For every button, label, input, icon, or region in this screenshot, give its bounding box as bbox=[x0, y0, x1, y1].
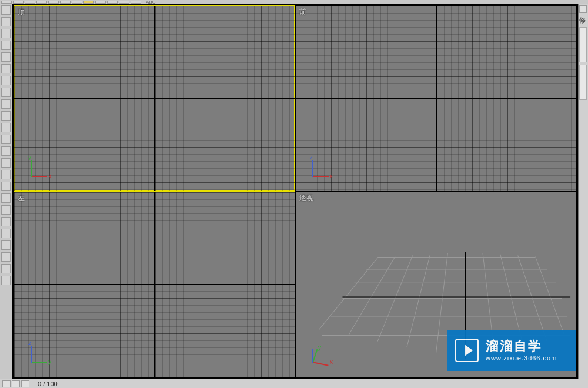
svg-line-0 bbox=[319, 257, 377, 329]
tool-button[interactable] bbox=[1, 99, 11, 109]
axis-y-icon bbox=[31, 160, 32, 177]
viewport-label: 顶 bbox=[18, 7, 25, 17]
tool-button[interactable] bbox=[1, 240, 11, 250]
toolbar-button[interactable] bbox=[107, 1, 118, 4]
viewport-label: 透视 bbox=[299, 193, 313, 203]
frame-counter: 0 / 100 bbox=[33, 380, 62, 387]
tool-button[interactable] bbox=[1, 276, 11, 285]
axis-x-label: x bbox=[48, 173, 51, 179]
panel-section[interactable] bbox=[579, 27, 587, 62]
top-toolbar: ABC bbox=[0, 0, 588, 4]
toolbar-button[interactable] bbox=[72, 1, 82, 4]
toolbar-button[interactable] bbox=[48, 1, 59, 4]
axis-y-label: y bbox=[318, 344, 321, 351]
tool-button[interactable] bbox=[1, 135, 11, 144]
tool-button[interactable] bbox=[1, 217, 11, 226]
toolbar-button[interactable] bbox=[13, 1, 24, 4]
tool-button[interactable] bbox=[1, 123, 11, 132]
tool-button[interactable] bbox=[1, 52, 11, 62]
viewport-front[interactable]: 前 x z bbox=[295, 5, 577, 192]
toolbar-button-highlight[interactable] bbox=[83, 1, 94, 4]
tool-button[interactable] bbox=[1, 111, 11, 121]
timeline-button[interactable] bbox=[2, 380, 11, 387]
axis-gizmo: x y bbox=[308, 344, 331, 367]
main-row: 顶 x y 前 x z 左 bbox=[0, 4, 588, 379]
svg-line-3 bbox=[407, 254, 430, 347]
tool-button[interactable] bbox=[1, 29, 11, 38]
toolbar-abc-label: ABC bbox=[146, 0, 155, 4]
axis-y-label: y bbox=[28, 154, 31, 160]
tool-button[interactable] bbox=[1, 146, 11, 156]
timeline-button[interactable] bbox=[12, 380, 20, 387]
axis-x-icon bbox=[31, 176, 47, 177]
tool-button[interactable] bbox=[1, 252, 11, 262]
left-toolbar bbox=[0, 4, 12, 379]
toolbar-button[interactable] bbox=[131, 1, 141, 4]
tool-button[interactable] bbox=[1, 229, 11, 238]
tool-button[interactable] bbox=[1, 158, 11, 168]
toolbar-button[interactable] bbox=[36, 1, 47, 4]
play-icon bbox=[455, 339, 479, 362]
watermark-url: www.zixue.3d66.com bbox=[486, 354, 557, 362]
toolbar-button[interactable] bbox=[60, 1, 71, 4]
axis-gizmo: x z bbox=[308, 158, 331, 182]
viewport-label: 左 bbox=[18, 193, 25, 203]
tool-button[interactable] bbox=[1, 170, 11, 179]
watermark-banner: 溜溜自学 www.zixue.3d66.com bbox=[447, 330, 576, 371]
tool-button[interactable] bbox=[1, 5, 11, 15]
axis-x-label: x bbox=[330, 173, 333, 179]
tool-button[interactable] bbox=[1, 88, 11, 97]
axis-gizmo: x y bbox=[26, 158, 49, 182]
axis-x-icon bbox=[312, 362, 329, 366]
toolbar-button[interactable] bbox=[1, 1, 12, 4]
command-panel: 修 bbox=[578, 4, 588, 379]
panel-tab-button[interactable] bbox=[579, 5, 587, 13]
toolbar-button[interactable] bbox=[95, 1, 106, 4]
viewport-major-axes bbox=[296, 6, 576, 191]
tool-button[interactable] bbox=[1, 193, 11, 203]
tool-button[interactable] bbox=[1, 64, 11, 73]
svg-line-4 bbox=[436, 253, 448, 353]
panel-modifier-label: 修 bbox=[579, 16, 586, 25]
viewports-container: 顶 x y 前 x z 左 bbox=[12, 4, 578, 379]
viewport-top[interactable]: 顶 x y bbox=[14, 5, 295, 192]
bottom-status-bar: 0 / 100 bbox=[0, 379, 588, 388]
tool-button[interactable] bbox=[1, 205, 11, 215]
axis-z-icon bbox=[31, 346, 32, 363]
tool-button[interactable] bbox=[1, 17, 11, 26]
axis-gizmo: y z bbox=[26, 344, 49, 367]
viewport-perspective[interactable]: 透视 bbox=[295, 192, 577, 378]
axis-z-label: z bbox=[28, 340, 31, 346]
watermark-title: 溜溜自学 bbox=[486, 339, 557, 354]
axis-x-icon bbox=[312, 176, 329, 177]
axis-y-label: y bbox=[48, 359, 51, 365]
toolbar-button[interactable] bbox=[25, 1, 35, 4]
viewport-major-axes bbox=[14, 6, 295, 191]
viewport-label: 前 bbox=[299, 7, 306, 17]
panel-section[interactable] bbox=[579, 65, 587, 100]
axis-y-icon bbox=[31, 362, 47, 363]
axis-x-label: x bbox=[330, 359, 333, 365]
timeline-button[interactable] bbox=[21, 380, 29, 387]
viewport-left[interactable]: 左 y z bbox=[14, 192, 295, 378]
toolbar-button[interactable] bbox=[119, 1, 129, 4]
tool-button[interactable] bbox=[1, 76, 11, 85]
viewport-major-axes bbox=[14, 192, 295, 377]
axis-z-icon bbox=[312, 349, 313, 363]
tool-button[interactable] bbox=[1, 182, 11, 191]
axis-z-label: z bbox=[310, 154, 313, 160]
tool-button[interactable] bbox=[1, 264, 11, 273]
tool-button[interactable] bbox=[1, 41, 11, 50]
axis-z-icon bbox=[312, 160, 313, 177]
svg-line-1 bbox=[348, 256, 395, 335]
svg-line-9 bbox=[535, 256, 564, 335]
